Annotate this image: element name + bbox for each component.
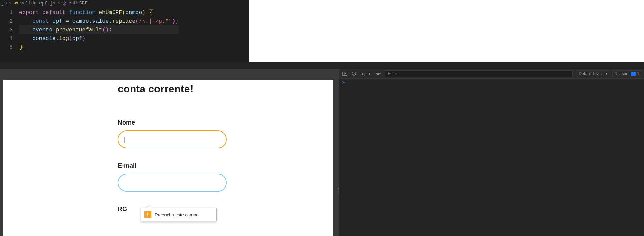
- line-number: 5: [0, 43, 19, 51]
- eye-icon[interactable]: [375, 70, 382, 77]
- nome-field[interactable]: [118, 130, 227, 148]
- code-line[interactable]: evento.preventDefault();: [19, 25, 179, 34]
- tooltip-text: Preencha este campo.: [155, 212, 200, 217]
- line-number: 1: [0, 8, 19, 17]
- svg-point-5: [377, 73, 379, 74]
- code-line[interactable]: }: [19, 43, 179, 51]
- svg-rect-8: [632, 74, 635, 74]
- breadcrumb-symbol[interactable]: ehUmCPF: [69, 1, 88, 6]
- line-number: 2: [0, 17, 19, 25]
- code-line[interactable]: export default function ehUmCPF(campo) {: [19, 8, 179, 17]
- devtools-tabs[interactable]: [339, 62, 644, 69]
- sidebar-toggle-icon[interactable]: [341, 70, 348, 77]
- console-body[interactable]: >: [339, 79, 644, 86]
- devtools-panel: top ▼ Default levels ▼ 1 Issue: 1 >: [339, 62, 644, 236]
- label-nome: Nome: [118, 119, 227, 126]
- log-levels-dropdown[interactable]: Default levels ▼: [576, 70, 610, 77]
- console-toolbar: top ▼ Default levels ▼ 1 Issue: 1: [339, 69, 644, 79]
- line-number: 3: [0, 25, 19, 34]
- chevron-down-icon: ▼: [605, 72, 608, 75]
- issue-badge-icon: [631, 72, 636, 76]
- svg-rect-7: [632, 73, 635, 73]
- chevron-down-icon: ▼: [368, 72, 371, 75]
- filter-input[interactable]: [385, 70, 573, 77]
- breadcrumb-folder[interactable]: js: [1, 1, 7, 6]
- console-prompt[interactable]: >: [342, 80, 345, 85]
- chevron-right-icon: ›: [9, 1, 12, 6]
- code-editor: js › JS valida-cpf.js › ehUmCPF 1 2 3 4 …: [0, 0, 249, 62]
- levels-label: Default levels: [579, 71, 603, 76]
- clear-console-icon[interactable]: [350, 70, 357, 77]
- line-number: 4: [0, 34, 19, 43]
- page-preview-frame: conta corrente! Nome E-mail RG ! Preench…: [0, 69, 339, 236]
- email-field[interactable]: [118, 174, 227, 192]
- breadcrumb[interactable]: js › JS valida-cpf.js › ehUmCPF: [0, 0, 249, 7]
- warning-icon: !: [144, 211, 151, 218]
- chevron-right-icon: ›: [57, 1, 60, 6]
- issues-button[interactable]: 1 Issue: 1: [612, 70, 642, 77]
- context-dropdown[interactable]: top ▼: [359, 71, 373, 76]
- line-gutter: 1 2 3 4 5: [0, 7, 19, 51]
- code-lines[interactable]: export default function ehUmCPF(campo) {…: [19, 7, 179, 51]
- issues-count: 1: [637, 71, 639, 76]
- context-label: top: [361, 71, 367, 76]
- svg-marker-2: [345, 73, 346, 74]
- issues-label: 1 Issue:: [615, 71, 629, 76]
- validation-tooltip: ! Preencha este campo.: [141, 208, 217, 221]
- symbol-cube-icon: [62, 1, 66, 6]
- code-line[interactable]: const cpf = campo.value.replace(/\.|-/g,…: [19, 17, 179, 25]
- code-line[interactable]: console.log(cpf): [19, 34, 179, 43]
- breadcrumb-file[interactable]: valida-cpf.js: [20, 1, 55, 6]
- code-area[interactable]: 1 2 3 4 5 export default function ehUmCP…: [0, 7, 249, 51]
- js-icon: JS: [14, 1, 18, 6]
- svg-line-4: [353, 73, 355, 75]
- label-email: E-mail: [118, 162, 227, 170]
- page-title: conta corrente!: [118, 83, 227, 95]
